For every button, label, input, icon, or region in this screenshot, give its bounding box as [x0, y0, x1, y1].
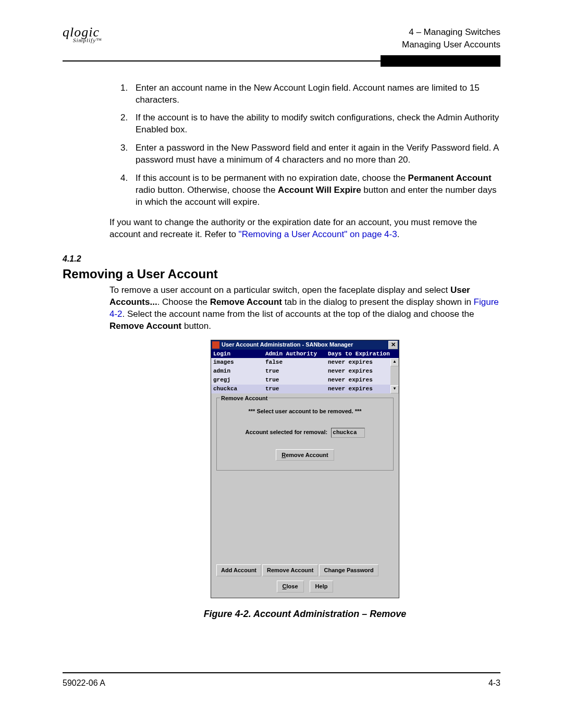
table-header: Login Admin Authority Days to Expiration — [211, 350, 399, 359]
header-divider — [63, 55, 500, 67]
scroll-up-icon[interactable]: ▲ — [390, 358, 399, 366]
remove-account-groupbox: Remove Account *** Select user account t… — [216, 398, 394, 471]
qlogic-logo: qlogic Simplify™ — [63, 26, 102, 43]
tab-remove-account[interactable]: Remove Account — [262, 564, 318, 576]
paragraph-remove-instructions: To remove a user account on a particular… — [109, 285, 500, 332]
app-icon — [212, 341, 219, 349]
page-header: qlogic Simplify™ 4 – Managing Switches M… — [63, 26, 500, 51]
paragraph-refer: If you want to change the authority or t… — [109, 217, 500, 241]
tab-strip: Add Account Remove Account Change Passwo… — [216, 564, 394, 576]
page-footer: 59022-06 A 4-3 — [63, 672, 500, 688]
header-breadcrumb: 4 – Managing Switches Managing User Acco… — [402, 26, 500, 51]
close-button[interactable]: Close — [277, 581, 304, 593]
dialog-user-account-admin: User Account Administration - SANbox Man… — [211, 340, 399, 598]
close-icon[interactable]: ✕ — [388, 341, 398, 349]
help-button[interactable]: Help — [310, 581, 334, 593]
table-row[interactable]: admin true never expires — [211, 367, 390, 376]
groupbox-title: Remove Account — [220, 394, 268, 402]
numbered-steps: Enter an account name in the New Account… — [109, 82, 500, 208]
step-2: If the account is to have the ability to… — [130, 112, 500, 136]
remove-account-button[interactable]: Remove Account — [276, 449, 334, 461]
section-title: Removing a User Account — [63, 266, 500, 282]
step-1: Enter an account name in the New Account… — [130, 82, 500, 106]
dialog-titlebar: User Account Administration - SANbox Man… — [211, 340, 399, 350]
scroll-down-icon[interactable]: ▼ — [390, 385, 399, 393]
selected-account-row: Account selected for removal: chuckca — [221, 428, 389, 438]
footer-doc-id: 59022-06 A — [63, 678, 105, 688]
prompt-text: *** Select user account to be removed. *… — [221, 408, 389, 415]
tab-add-account[interactable]: Add Account — [216, 564, 261, 576]
step-3: Enter a password in the New Password fie… — [130, 142, 500, 166]
table-row-selected[interactable]: chuckca true never expires — [211, 385, 390, 393]
footer-page-number: 4-3 — [488, 678, 500, 688]
section-number: 4.1.2 — [63, 253, 500, 265]
step-4: If this account is to be permanent with … — [130, 172, 500, 208]
figure-caption: Figure 4-2. Account Administration – Rem… — [109, 608, 500, 620]
tab-change-password[interactable]: Change Password — [319, 564, 378, 576]
table-row[interactable]: images false never expires — [211, 358, 390, 367]
scrollbar[interactable]: ▲ ▼ — [390, 358, 399, 393]
selected-account-field: chuckca — [331, 428, 364, 438]
table-row[interactable]: gregj true never expires — [211, 376, 390, 385]
link-removing-user-account[interactable]: "Removing a User Account" on page 4-3 — [239, 229, 397, 239]
dialog-title: User Account Administration - SANbox Man… — [222, 341, 388, 349]
